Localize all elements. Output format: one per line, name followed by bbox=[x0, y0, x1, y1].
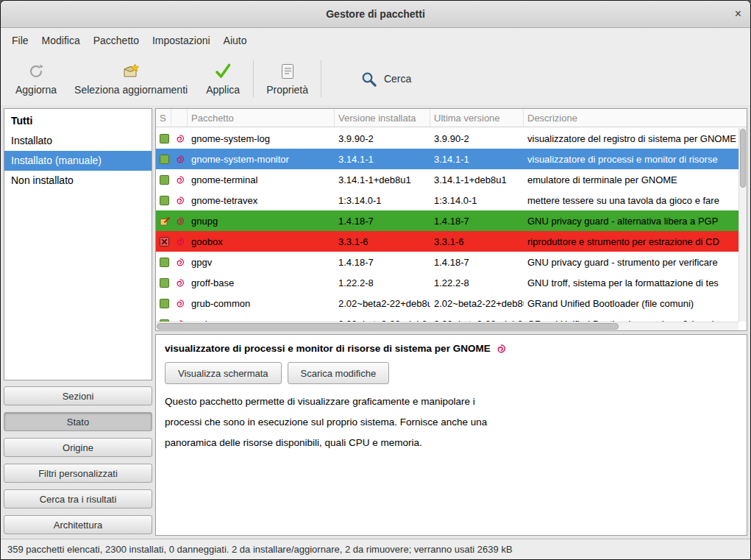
close-button[interactable]: × bbox=[735, 8, 741, 20]
cerca-tra-i-risultati-button[interactable]: Cerca tra i risultati bbox=[4, 489, 152, 508]
properties-icon bbox=[279, 62, 296, 81]
column-header-icon[interactable] bbox=[171, 109, 188, 127]
package-manager-window: Gestore di pacchetti × FileModificaPacch… bbox=[0, 0, 751, 560]
status-installed-icon[interactable] bbox=[160, 278, 169, 288]
refresh-button[interactable]: Aggiorna bbox=[7, 58, 65, 99]
column-header-descrizione[interactable]: Descrizione bbox=[524, 109, 747, 127]
installed-version: 3.9.90-2 bbox=[335, 128, 430, 149]
vertical-scrollbar-thumb[interactable] bbox=[740, 129, 746, 188]
package-description: GNU privacy guard - alternativa libera a… bbox=[524, 210, 738, 231]
latest-version: 2.02~beta2-22+deb8u1 bbox=[430, 293, 524, 313]
horizontal-scrollbar[interactable] bbox=[156, 322, 738, 330]
status-installed-icon[interactable] bbox=[160, 258, 169, 267]
debian-swirl-icon bbox=[175, 216, 185, 226]
status-installed-icon[interactable] bbox=[160, 175, 169, 185]
package-row[interactable]: goobox3.3.1-63.3.1-6riproduttore e strum… bbox=[156, 231, 738, 252]
menu-impostazioni[interactable]: Impostazioni bbox=[146, 30, 217, 51]
search-button[interactable]: Cerca bbox=[350, 63, 421, 94]
filter-non-installato[interactable]: Non installato bbox=[4, 171, 152, 191]
package-description: GRand Unified Bootloader, versione 2 (ve… bbox=[524, 313, 738, 322]
menu-modifica[interactable]: Modifica bbox=[35, 30, 87, 51]
package-row[interactable]: gnome-tetravex1:3.14.0-11:3.14.0-1metter… bbox=[156, 190, 738, 210]
main-panel: SPacchettoVersione installataUltima vers… bbox=[155, 108, 747, 536]
package-row[interactable]: gnome-terminal3.14.1-1+deb8u13.14.1-1+de… bbox=[156, 169, 738, 190]
details-pane: visualizzatore di processi e monitor di … bbox=[155, 334, 747, 536]
sidebar-buttons: SezioniStatoOrigineFiltri personalizzati… bbox=[4, 386, 152, 536]
latest-version: 3.3.1-6 bbox=[430, 231, 524, 252]
status-installed-icon[interactable] bbox=[160, 196, 169, 205]
latest-version: 3.14.1-1 bbox=[430, 149, 524, 169]
status-upgrade-icon[interactable] bbox=[160, 216, 171, 226]
status-remove-icon[interactable] bbox=[160, 237, 169, 247]
properties-button[interactable]: Proprietà bbox=[257, 58, 317, 99]
filter-tutti[interactable]: Tutti bbox=[4, 111, 152, 131]
installed-version: 2.02~beta2-22+deb8u1 bbox=[335, 293, 430, 313]
package-table: SPacchettoVersione installataUltima vers… bbox=[155, 108, 747, 331]
stato-button[interactable]: Stato bbox=[4, 412, 152, 431]
properties-button-label: Proprietà bbox=[266, 84, 308, 96]
titlebar[interactable]: Gestore di pacchetti × bbox=[1, 1, 750, 28]
view-screenshot-button[interactable]: Visualizza schermata bbox=[165, 362, 282, 384]
horizontal-scrollbar-thumb[interactable] bbox=[157, 323, 619, 330]
apply-button[interactable]: Applica bbox=[196, 58, 249, 99]
package-name: gnupg bbox=[188, 210, 335, 231]
statusbar: 359 pacchetti elencati, 2300 installati,… bbox=[1, 539, 750, 559]
filter-list: TuttiInstallatoInstallato (manuale)Non i… bbox=[4, 108, 152, 380]
details-description: Questo pacchetto permette di visualizzar… bbox=[165, 391, 738, 453]
package-row[interactable]: gnome-system-log3.9.90-23.9.90-2visualiz… bbox=[156, 128, 738, 149]
status-installed-icon[interactable] bbox=[160, 299, 169, 308]
select-upgrades-icon bbox=[121, 62, 140, 81]
sidebar: TuttiInstallatoInstallato (manuale)Non i… bbox=[4, 108, 152, 536]
package-description: riproduttore e strumento per estrazione … bbox=[524, 231, 738, 252]
menu-pacchetto[interactable]: Pacchetto bbox=[87, 30, 146, 51]
latest-version: 2.02~beta2-22+deb8u1 bbox=[430, 313, 524, 322]
debian-swirl-icon bbox=[175, 237, 185, 247]
package-name: gnome-terminal bbox=[188, 169, 335, 190]
package-name: groff-base bbox=[188, 272, 335, 293]
table-body: gnome-system-log3.9.90-23.9.90-2visualiz… bbox=[156, 128, 738, 322]
details-description-line: panoramica delle risorse disponibili, qu… bbox=[165, 433, 738, 453]
content-area: TuttiInstallatoInstallato (manuale)Non i… bbox=[1, 105, 750, 539]
status-installed-icon[interactable] bbox=[160, 134, 169, 143]
package-description: emulatore di terminale per GNOME bbox=[524, 169, 738, 190]
architettura-button[interactable]: Architettura bbox=[4, 515, 152, 534]
column-header-s[interactable]: S bbox=[156, 109, 171, 127]
column-header-ultima-versione[interactable]: Ultima versione bbox=[430, 109, 524, 127]
menu-aiuto[interactable]: Aiuto bbox=[217, 30, 254, 51]
origine-button[interactable]: Origine bbox=[4, 438, 152, 457]
menu-file[interactable]: File bbox=[5, 30, 35, 51]
refresh-icon bbox=[27, 62, 45, 81]
toolbar-separator bbox=[321, 60, 321, 97]
package-name: goobox bbox=[188, 231, 335, 252]
installed-version: 1:3.14.0-1 bbox=[335, 190, 430, 210]
debian-swirl-icon bbox=[175, 155, 185, 164]
status-installed-icon[interactable] bbox=[160, 155, 169, 164]
package-row[interactable]: gnome-system-monitor3.14.1-13.14.1-1visu… bbox=[156, 149, 738, 169]
vertical-scrollbar[interactable] bbox=[738, 128, 747, 322]
package-description: visualizzatore del registro di sistema p… bbox=[524, 128, 738, 149]
toolbar: Aggiorna Seleziona aggiornamenti Applica… bbox=[1, 52, 750, 105]
select-upgrades-button[interactable]: Seleziona aggiornamenti bbox=[65, 58, 196, 99]
debian-swirl-icon bbox=[496, 344, 506, 354]
column-header-versione-installata[interactable]: Versione installata bbox=[335, 109, 430, 127]
latest-version: 1.4.18-7 bbox=[430, 210, 524, 231]
package-name: grub-common bbox=[188, 293, 335, 313]
package-description: GNU troff, sistema per la formattazione … bbox=[524, 272, 738, 293]
package-description: visualizzatore di processi e monitor di … bbox=[524, 149, 738, 169]
download-changelog-button[interactable]: Scarica modifiche bbox=[288, 362, 390, 384]
search-button-label: Cerca bbox=[384, 73, 411, 85]
package-name: gnome-tetravex bbox=[188, 190, 335, 210]
package-row[interactable]: groff-base1.22.2-81.22.2-8GNU troff, sis… bbox=[156, 272, 738, 293]
apply-button-label: Applica bbox=[206, 84, 240, 96]
package-row[interactable]: gnupg1.4.18-71.4.18-7GNU privacy guard -… bbox=[156, 210, 738, 231]
filtri-personalizzati-button[interactable]: Filtri personalizzati bbox=[4, 464, 152, 483]
package-row[interactable]: gpgv1.4.18-71.4.18-7GNU privacy guard - … bbox=[156, 252, 738, 272]
package-name: gpgv bbox=[188, 252, 335, 272]
sezioni-button[interactable]: Sezioni bbox=[4, 386, 152, 405]
column-header-pacchetto[interactable]: Pacchetto bbox=[188, 109, 335, 127]
package-row[interactable]: grub-common2.02~beta2-22+deb8u12.02~beta… bbox=[156, 293, 738, 313]
filter-installato[interactable]: Installato bbox=[4, 131, 152, 151]
package-description: GNU privacy guard - strumento per verifi… bbox=[524, 252, 738, 272]
package-row[interactable]: grub-pc2.02~beta2-22+deb8u12.02~beta2-22… bbox=[156, 313, 738, 322]
filter-installato-manuale[interactable]: Installato (manuale) bbox=[4, 151, 152, 171]
